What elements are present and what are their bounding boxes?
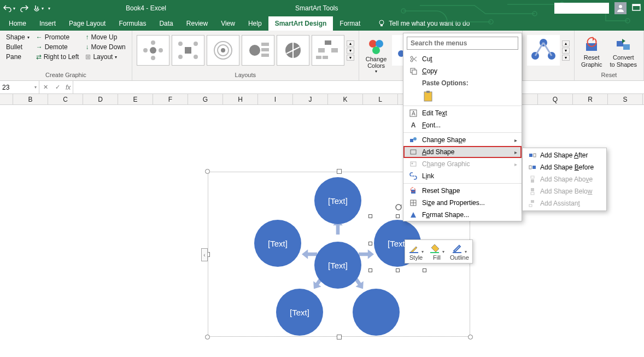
group-layouts: ▴ ▾ ▾ Layouts xyxy=(132,31,359,80)
style-thumb-last[interactable] xyxy=(527,35,560,66)
reset-graphic-btn[interactable]: Reset Graphic xyxy=(579,33,605,72)
cancel-btn[interactable]: ✕ xyxy=(39,84,51,91)
mini-style-btn[interactable]: ▾ Style xyxy=(408,242,424,261)
move-down-btn[interactable]: ↓Move Down xyxy=(84,43,127,51)
tab-insert[interactable]: Insert xyxy=(33,16,62,31)
layout-thumb-5[interactable] xyxy=(277,35,309,66)
cm-size-properties[interactable]: Size and Properties... xyxy=(403,197,522,209)
font-icon: A xyxy=(411,121,416,129)
layouts-scroll-down[interactable]: ▾ xyxy=(347,48,354,54)
group-create-graphic: Shape ▾ Bullet Pane ←Promote →Demote ⇄Ri… xyxy=(0,31,132,80)
cm-format-shape[interactable]: Format Shape... xyxy=(403,209,522,221)
rtl-btn[interactable]: ⇄Right to Left xyxy=(34,52,81,61)
add-before-icon xyxy=(529,163,536,171)
col-D[interactable]: D xyxy=(83,94,118,104)
tab-smartart-design[interactable]: SmartArt Design xyxy=(268,16,333,31)
demote-btn[interactable]: →Demote xyxy=(34,43,81,51)
svg-point-35 xyxy=(369,40,377,48)
text-pane-toggle[interactable]: ‹ xyxy=(201,248,208,261)
svg-rect-52 xyxy=(453,252,461,253)
layout-thumb-3[interactable] xyxy=(207,35,239,66)
svg-point-11 xyxy=(143,48,148,52)
name-box[interactable]: 23▾ xyxy=(0,81,39,93)
svg-point-8 xyxy=(379,20,384,25)
sub-add-before[interactable]: Add Shape Before xyxy=(523,161,606,173)
svg-point-16 xyxy=(178,42,183,46)
add-shape-btn[interactable]: Shape ▾ xyxy=(4,33,31,42)
user-name-box[interactable] xyxy=(554,3,609,14)
qat-touch[interactable]: ▾ xyxy=(33,4,44,12)
col-K[interactable]: K xyxy=(328,94,363,104)
smartart-node-top[interactable]: [Text] xyxy=(314,177,361,224)
col-H[interactable]: H xyxy=(223,94,258,104)
tab-format[interactable]: Format xyxy=(333,16,367,31)
mini-outline-btn[interactable]: ▾ Outline xyxy=(450,242,469,261)
add-bullet-btn[interactable]: Bullet xyxy=(4,43,31,51)
formula-input[interactable] xyxy=(73,81,644,93)
user-avatar[interactable] xyxy=(614,2,627,14)
layouts-scroll-up[interactable]: ▴ xyxy=(347,40,354,46)
tab-review[interactable]: Review xyxy=(180,16,214,31)
cm-add-shape[interactable]: Add Shape▸ xyxy=(403,146,522,158)
smartart-node-br[interactable] xyxy=(353,289,400,336)
smartart-node-left[interactable]: [Text] xyxy=(254,220,301,267)
tab-formulas[interactable]: Formulas xyxy=(112,16,153,31)
pane-btn[interactable]: Pane xyxy=(4,52,31,61)
cm-copy[interactable]: Copy xyxy=(403,65,522,77)
svg-rect-76 xyxy=(532,166,536,169)
col-B[interactable]: B xyxy=(13,94,48,104)
cm-link[interactable]: Link xyxy=(403,170,522,182)
cm-cut[interactable]: Cut xyxy=(403,53,522,65)
tab-view[interactable]: View xyxy=(214,16,242,31)
smartart-center[interactable]: [Text] xyxy=(314,242,361,289)
mini-fill-btn[interactable]: ▾ Fill xyxy=(429,242,444,261)
col-I[interactable]: I xyxy=(258,94,293,104)
promote-btn[interactable]: ←Promote xyxy=(34,33,81,42)
tab-page-layout[interactable]: Page Layout xyxy=(62,16,112,31)
col-F[interactable]: F xyxy=(153,94,188,104)
styles-scroll-up[interactable]: ▴ xyxy=(562,40,570,46)
col-L[interactable]: L xyxy=(363,94,398,104)
col-Q[interactable]: Q xyxy=(538,94,573,104)
enter-btn[interactable]: ✓ xyxy=(51,84,63,91)
layout-btn[interactable]: ⊞Layout ▾ xyxy=(84,52,127,61)
col-J[interactable]: J xyxy=(293,94,328,104)
tab-data[interactable]: Data xyxy=(153,16,179,31)
tab-help[interactable]: Help xyxy=(242,16,268,31)
layout-thumb-6[interactable] xyxy=(312,35,344,66)
col-E[interactable]: E xyxy=(118,94,153,104)
cm-font[interactable]: AFont... xyxy=(403,119,522,131)
col-C[interactable]: C xyxy=(48,94,83,104)
move-up-btn[interactable]: ↑Move Up xyxy=(84,33,127,42)
qat-undo[interactable]: ▾ xyxy=(3,4,15,12)
layout-thumb-2[interactable] xyxy=(172,35,204,66)
col-G[interactable]: G xyxy=(188,94,223,104)
tab-home[interactable]: Home xyxy=(2,16,33,31)
layout-thumb-1[interactable] xyxy=(137,35,169,66)
convert-btn[interactable]: Convert to Shapes xyxy=(607,33,639,72)
change-colors-btn[interactable]: Change Colors ▾ xyxy=(364,33,389,79)
svg-rect-80 xyxy=(531,192,534,195)
select-all-corner[interactable] xyxy=(0,94,13,104)
svg-point-13 xyxy=(151,40,155,45)
lightbulb-icon xyxy=(378,20,385,27)
sub-add-after[interactable]: Add Shape After xyxy=(523,149,606,161)
menu-search[interactable] xyxy=(407,37,518,50)
styles-more[interactable]: ▾ xyxy=(562,55,570,61)
rotate-handle-icon[interactable] xyxy=(395,203,402,211)
styles-scroll-down[interactable]: ▾ xyxy=(562,48,570,54)
qat-redo[interactable] xyxy=(20,4,28,12)
smartart-node-bl[interactable]: [Text] xyxy=(276,289,323,336)
cm-paste-option[interactable] xyxy=(403,88,522,104)
qat-customize[interactable]: ▾ xyxy=(48,6,50,11)
layout-thumb-4[interactable] xyxy=(242,35,274,66)
layouts-more[interactable]: ▾ xyxy=(347,55,354,61)
cm-change-shape[interactable]: Change Shape▸ xyxy=(403,134,522,146)
cm-reset-shape[interactable]: Reset Shape xyxy=(403,185,522,197)
cm-edit-text[interactable]: AEdit Text xyxy=(403,107,522,119)
svg-rect-34 xyxy=(323,56,328,59)
fx-label[interactable]: fx xyxy=(63,84,73,91)
col-S[interactable]: S xyxy=(608,94,643,104)
ribbon-display-options[interactable] xyxy=(632,4,641,13)
col-R[interactable]: R xyxy=(573,94,608,104)
